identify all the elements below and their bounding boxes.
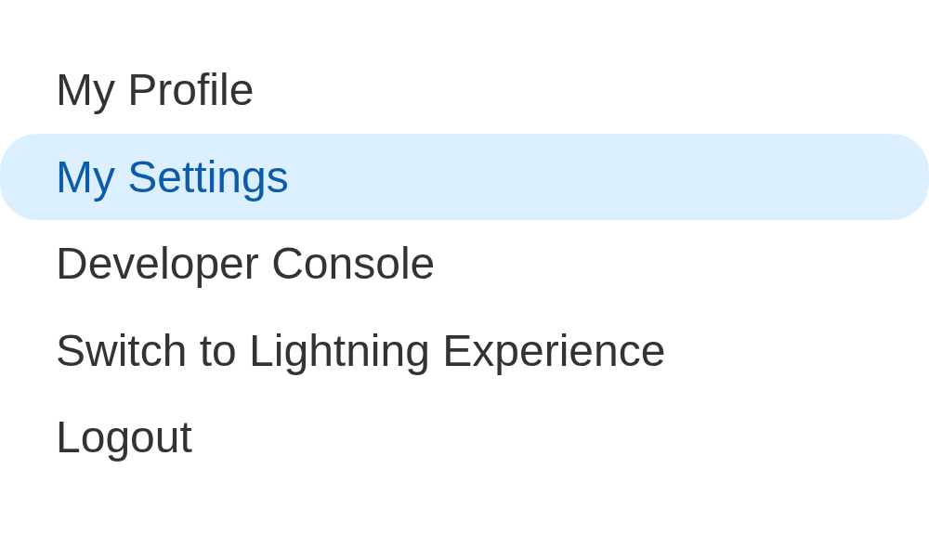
user-menu: My Profile My Settings Developer Console… <box>0 0 929 481</box>
menu-item-switch-to-lightning[interactable]: Switch to Lightning Experience <box>0 307 929 395</box>
menu-item-logout[interactable]: Logout <box>0 394 929 481</box>
menu-item-label: My Settings <box>56 152 289 202</box>
menu-item-label: Logout <box>56 412 192 462</box>
menu-item-developer-console[interactable]: Developer Console <box>0 220 929 307</box>
menu-item-my-settings[interactable]: My Settings <box>0 134 929 221</box>
menu-item-label: My Profile <box>56 65 254 114</box>
menu-item-label: Developer Console <box>56 239 435 288</box>
menu-item-my-profile[interactable]: My Profile <box>0 46 929 134</box>
menu-item-label: Switch to Lightning Experience <box>56 326 665 375</box>
